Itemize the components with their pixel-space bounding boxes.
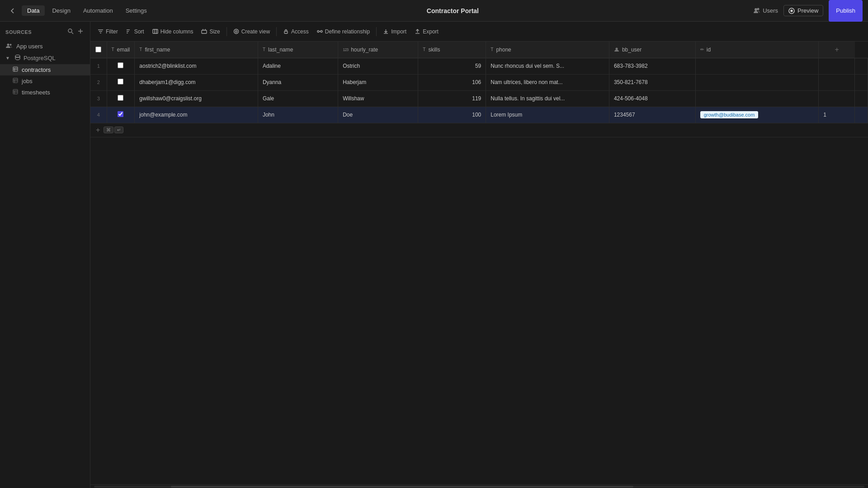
add-row-hint: ⌘ ↵ [104, 127, 123, 133]
cell-phone[interactable]: 1234567 [609, 107, 695, 123]
col-header-last-name[interactable]: T last_name [258, 42, 338, 58]
col-header-hourly-rate[interactable]: 123 hourly_rate [338, 42, 418, 58]
row-checkbox[interactable] [118, 79, 123, 84]
cell-phone[interactable]: 424-506-4048 [609, 90, 695, 107]
sidebar-item-jobs[interactable]: jobs [0, 75, 90, 87]
row-checkbox-cell[interactable] [107, 107, 135, 123]
sort-button[interactable]: Sort [123, 27, 148, 37]
cell-email[interactable]: dhaberjam1@digg.com [135, 74, 258, 90]
add-row-button[interactable]: + ⌘ ↵ [90, 123, 868, 137]
tab-data[interactable]: Data [22, 5, 45, 16]
size-button[interactable]: Size [198, 27, 223, 37]
table-row[interactable]: 2 dhaberjam1@digg.com Dyanna Haberjam 10… [90, 74, 868, 90]
cell-skills[interactable]: Nunc rhoncus dui vel sem. S... [486, 58, 609, 74]
cell-skills[interactable]: Nulla tellus. In sagittis dui vel... [486, 90, 609, 107]
row-checkbox[interactable] [118, 95, 123, 101]
define-relationship-button[interactable]: Define relationship [313, 27, 373, 37]
row-checkbox-cell[interactable] [107, 90, 135, 107]
sidebar-group-postgresql: ▼ PostgreSQL contractors jobs [0, 52, 90, 98]
row-checkbox-cell[interactable] [107, 74, 135, 90]
cell-bb-user[interactable] [695, 58, 819, 74]
cell-id[interactable] [819, 90, 855, 107]
create-view-button[interactable]: Create view [230, 27, 274, 37]
cmd-key: ⌘ [104, 127, 113, 133]
svg-rect-20 [13, 89, 18, 94]
bottom-scrollbar[interactable] [90, 484, 868, 488]
table-row[interactable]: 3 gwillshaw0@craigslist.org Gale Willsha… [90, 90, 868, 107]
svg-rect-30 [153, 29, 158, 33]
import-label: Import [391, 28, 406, 35]
cell-extra [855, 90, 868, 107]
timesheets-table-icon [13, 89, 18, 96]
cell-first-name[interactable]: Adaline [258, 58, 338, 74]
cell-email[interactable]: aostrich2@blinklist.com [135, 58, 258, 74]
cell-first-name[interactable]: Gale [258, 90, 338, 107]
sidebar-item-app-users[interactable]: App users [0, 40, 90, 52]
hide-columns-button[interactable]: Hide columns [149, 27, 197, 37]
export-label: Export [423, 28, 439, 35]
sidebar-group-header-postgresql[interactable]: ▼ PostgreSQL [0, 52, 90, 64]
cell-hourly-rate[interactable]: 100 [418, 107, 486, 123]
cell-bb-user[interactable] [695, 90, 819, 107]
cell-email[interactable]: gwillshaw0@craigslist.org [135, 90, 258, 107]
tab-design[interactable]: Design [47, 5, 75, 16]
table-row[interactable]: 1 aostrich2@blinklist.com Adaline Ostric… [90, 58, 868, 74]
cell-last-name[interactable]: Doe [338, 107, 418, 123]
cell-first-name[interactable]: John [258, 107, 338, 123]
cell-last-name[interactable]: Willshaw [338, 90, 418, 107]
filter-button[interactable]: Filter [94, 27, 122, 37]
col-header-phone[interactable]: T phone [486, 42, 609, 58]
row-number: 4 [90, 107, 107, 123]
cell-hourly-rate[interactable]: 59 [418, 58, 486, 74]
col-header-first-name[interactable]: T first_name [135, 42, 258, 58]
row-number: 2 [90, 74, 107, 90]
svg-point-37 [235, 31, 237, 33]
main-content: Filter Sort Hide columns Size Create vie… [90, 22, 868, 488]
define-relationship-label: Define relationship [325, 28, 370, 35]
row-checkbox[interactable] [118, 111, 123, 117]
bb-user-type-icon [614, 47, 619, 52]
cell-bb-user[interactable]: growth@budibase.com [695, 107, 819, 123]
add-source-button[interactable] [76, 27, 85, 37]
cell-id[interactable] [819, 74, 855, 90]
cell-skills[interactable]: Nam ultrices, libero non mat... [486, 74, 609, 90]
users-button[interactable]: Users [753, 7, 778, 14]
access-button[interactable]: Access [279, 27, 312, 37]
row-checkbox[interactable] [118, 62, 123, 68]
sidebar-item-timesheets[interactable]: timesheets [0, 87, 90, 98]
cell-id[interactable] [819, 58, 855, 74]
publish-button[interactable]: Publish [829, 0, 863, 22]
app-users-icon [5, 42, 13, 50]
search-icon-btn[interactable] [66, 27, 75, 37]
add-column-header[interactable]: + [819, 42, 855, 58]
cell-last-name[interactable]: Ostrich [338, 58, 418, 74]
contractors-label: contractors [22, 66, 51, 73]
sidebar-item-contractors[interactable]: contractors [0, 64, 90, 75]
table-row[interactable]: 4 john@example.com John Doe 100 Lorem Ip… [90, 107, 868, 123]
cell-id[interactable]: 1 [819, 107, 855, 123]
cell-skills[interactable]: Lorem Ipsum [486, 107, 609, 123]
cell-first-name[interactable]: Dyanna [258, 74, 338, 90]
tab-automation[interactable]: Automation [78, 5, 118, 16]
col-header-bb-user[interactable]: bb_user [609, 42, 695, 58]
import-button[interactable]: Import [379, 27, 410, 37]
row-checkbox-cell[interactable] [107, 58, 135, 74]
table-container[interactable]: T email T first_name T [90, 42, 868, 484]
cell-phone[interactable]: 350-821-7678 [609, 74, 695, 90]
back-button[interactable] [5, 5, 20, 16]
col-header-skills[interactable]: T skills [418, 42, 486, 58]
export-button[interactable]: Export [411, 27, 442, 37]
app-users-label: App users [16, 43, 43, 50]
select-all-checkbox[interactable] [95, 47, 101, 52]
cell-hourly-rate[interactable]: 119 [418, 90, 486, 107]
tab-settings[interactable]: Settings [120, 5, 152, 16]
select-all-header[interactable] [90, 42, 107, 58]
col-header-email[interactable]: T email [107, 42, 135, 58]
preview-button[interactable]: Preview [783, 5, 823, 16]
cell-phone[interactable]: 683-783-3982 [609, 58, 695, 74]
cell-email[interactable]: john@example.com [135, 107, 258, 123]
cell-bb-user[interactable] [695, 74, 819, 90]
col-header-id[interactable]: ✏ id [695, 42, 819, 58]
cell-last-name[interactable]: Haberjam [338, 74, 418, 90]
cell-hourly-rate[interactable]: 106 [418, 74, 486, 90]
